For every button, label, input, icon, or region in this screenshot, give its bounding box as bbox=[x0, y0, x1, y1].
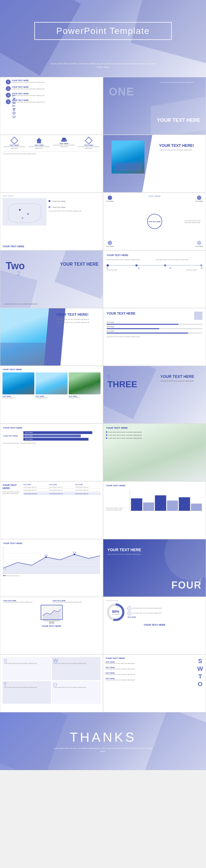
swot-s-text: Lorem ipsum dolor sit amet consectetur a… bbox=[4, 662, 49, 664]
legend-1: Lorem ipsum dolor sit bbox=[3, 575, 20, 577]
slide-row-11: S Lorem ipsum dolor sit amet consectetur… bbox=[0, 655, 206, 712]
svg-text:4.0: 4.0 bbox=[44, 554, 48, 556]
donut-bottom-title: YOUR TEXT HERE bbox=[106, 623, 203, 626]
slide-row-6: YOUR TEXT HERE TEXT HERE Lorem ipsum dol… bbox=[0, 366, 206, 424]
content-num-1: 1 bbox=[6, 80, 11, 85]
swot-row-lorem-1: Lorem ipsum dolor sit amet consectetur a… bbox=[105, 663, 161, 664]
step-num-2: 2 bbox=[128, 611, 131, 615]
bar-5 bbox=[179, 497, 190, 511]
img-text-2: TEXT HERE Lorem ipsum dolor sit bbox=[35, 396, 67, 399]
legend-line-1 bbox=[3, 576, 6, 576]
chart-dot-2 bbox=[74, 554, 75, 555]
cliff-heading: YOUR TEXT HERE! bbox=[56, 312, 100, 317]
content-item-4: 4 YOUR TEXT HERE Lorem ipsum dolor sit a… bbox=[6, 99, 101, 104]
icon-row: TEXT HERE Lorem ipsum dolor sit amet con… bbox=[3, 138, 100, 149]
one-lorem-text: Lorem ipsum dolor sit amet, consectetur … bbox=[161, 82, 202, 83]
cover-title-box: PowerPoint Template bbox=[34, 22, 172, 40]
content-text-4: YOUR TEXT HERE Lorem ipsum dolor sit ame… bbox=[12, 99, 101, 104]
images-row bbox=[2, 372, 101, 394]
slide-row-8: YOUR TEXT HERE! Lorem ipsum dolor sit am… bbox=[0, 481, 206, 539]
diamond-icon-1 bbox=[10, 137, 18, 145]
svg-text:5.4: 5.4 bbox=[73, 551, 76, 554]
three-label-area: 3 THREE bbox=[107, 374, 137, 390]
map-text-items: YOUR TEXT HERE YOUR TEXT HERE Lorem ipsu… bbox=[48, 198, 101, 212]
monitor-text-1: YOUR TEXT HERE Lorem ipsum dolor sit ame… bbox=[3, 600, 51, 603]
slide-monitor: YOUR TEXT HERE Lorem ipsum dolor sit ame… bbox=[0, 597, 103, 655]
cliff-lorem-1: Lorem ipsum dolor sit amet, consectetur … bbox=[56, 318, 100, 320]
hub-dot-2 bbox=[197, 195, 201, 200]
slide-three-images: YOUR TEXT HERE TEXT HERE Lorem ipsum dol… bbox=[0, 366, 103, 424]
slide-swot-right: YOUR TEXT HERE S W T O TEXT HERE Lorem i… bbox=[103, 655, 206, 712]
tag-side-label-1: YOUR TEXT HERE! bbox=[3, 435, 22, 437]
map-bullet-1 bbox=[48, 200, 50, 202]
donut-label-center: 80% TEXT HERE bbox=[112, 610, 119, 615]
icon-text-4: Lorem ipsum dolor sit amet consectetur a… bbox=[77, 146, 100, 149]
icon-item-1: TEXT HERE Lorem ipsum dolor sit amet con… bbox=[3, 138, 26, 149]
content-desc-4: Lorem ipsum dolor sit amet consectetur a… bbox=[12, 101, 101, 103]
icon-text-2: Lorem ipsum dolor sit amet consectetur a… bbox=[28, 146, 50, 149]
hub-right-text: Lorem ipsum dolor sit amet consectetur a… bbox=[184, 220, 204, 223]
donut-text-label: TEXT HERE bbox=[112, 614, 119, 615]
swot-row-1: TEXT HERE Lorem ipsum dolor sit amet con… bbox=[105, 661, 161, 664]
swot-row-lorem-2: Lorem ipsum dolor sit amet consectetur a… bbox=[105, 668, 161, 670]
tag-bars-title: YOUR TEXT HERE bbox=[3, 427, 100, 429]
swot-left-inner: S Lorem ipsum dolor sit amet consectetur… bbox=[0, 655, 103, 712]
cell-1-3: Lorem ipsum dolor sit bbox=[75, 486, 101, 488]
harbor-overlay bbox=[114, 162, 142, 171]
swot-right-inner: YOUR TEXT HERE S W T O TEXT HERE Lorem i… bbox=[103, 655, 206, 712]
table-header: TEXT HERE TEXT HERE TEXT HERE bbox=[23, 484, 101, 486]
slide-line-chart: YOUR TEXT HERE 4.0 5.4 bbox=[0, 539, 103, 597]
three-images-inner: YOUR TEXT HERE TEXT HERE Lorem ipsum dol… bbox=[0, 366, 103, 401]
map-label-1: YOUR TEXT HERE bbox=[52, 200, 65, 202]
mon-lorem-1: Lorem ipsum dolor sit amet consectetur a… bbox=[3, 601, 51, 603]
monitor-title: YOUR TEXT HERE bbox=[3, 625, 100, 627]
swot-w-text: Lorem ipsum dolor sit amet consectetur a… bbox=[54, 662, 99, 664]
arrow-item-2: Lorem ipsum dolor sit amet, consectetur … bbox=[106, 434, 203, 436]
progress-bar-inner-2 bbox=[107, 328, 159, 329]
map-bottom-title: YOUR TEXT HERE bbox=[2, 245, 24, 248]
slide-bar-chart: YOUR TEXT HERE Lorem ipsum dolor sit ame… bbox=[103, 481, 206, 539]
text-block-title: YOUR TEXT HERE bbox=[107, 312, 135, 315]
table-left: YOUR TEXT HERE! Lorem ipsum dolor sit am… bbox=[2, 484, 22, 495]
monitor-chart bbox=[41, 606, 62, 619]
progress-bar-inner-1 bbox=[107, 324, 178, 325]
cliff-text: YOUR TEXT HERE! Lorem ipsum dolor sit am… bbox=[56, 312, 100, 323]
map-item-2: YOUR TEXT HERE bbox=[48, 204, 101, 209]
hub-item-1: TEXT HERE bbox=[106, 195, 114, 202]
three-small: 3 bbox=[107, 374, 137, 379]
cliff-lorem-2: Lorem ipsum dolor sit amet, consectetur … bbox=[56, 321, 100, 323]
arrow-text-2: Lorem ipsum dolor sit amet, consectetur … bbox=[108, 434, 142, 436]
cover-subtitle: Lorem ipsum dolor sit amet, consectetur … bbox=[48, 62, 158, 69]
bar-chart-title: YOUR TEXT HERE bbox=[106, 484, 203, 487]
slide-four-section: FOUR 4 YOUR TEXT HERE Lorem ipsum dolor … bbox=[103, 539, 206, 597]
slide-circles-hub: YOUR TEXT HERE! TEXT HERE TEXT HERE TEXT… bbox=[103, 192, 206, 250]
cell-2-3: Lorem ipsum dolor sit bbox=[75, 489, 101, 491]
img-3 bbox=[69, 372, 101, 394]
img-2 bbox=[35, 372, 67, 394]
h-divider bbox=[3, 152, 100, 152]
cover-title: PowerPoint Template bbox=[43, 26, 163, 36]
swot-row-lorem-3: Lorem ipsum dolor sit amet consectetur a… bbox=[105, 674, 161, 676]
monitor-screen bbox=[41, 605, 63, 620]
timeline-right-text: Lorem ipsum dolor sit amet, consectetur … bbox=[156, 259, 203, 261]
one-text-area: YOUR TEXT HERE bbox=[157, 118, 200, 123]
photo-lorem: Lorem ipsum dolor sit amet, consectetur … bbox=[159, 149, 203, 151]
grad-cap-top bbox=[61, 140, 67, 142]
donut-chart: 80% TEXT HERE bbox=[106, 602, 125, 622]
arrow-text-3: Lorem ipsum dolor sit amet, consectetur … bbox=[108, 437, 142, 439]
tl-label-3: 03 bbox=[169, 267, 171, 269]
monitor-inner: YOUR TEXT HERE Lorem ipsum dolor sit ame… bbox=[0, 597, 103, 630]
two-big-label: Two bbox=[6, 261, 25, 270]
two-label-area: Two 2 bbox=[6, 261, 25, 277]
monitor-area bbox=[42, 609, 61, 619]
table-side-lorem: Lorem ipsum dolor sit amet consectetur a… bbox=[2, 491, 22, 495]
four-main-text: YOUR TEXT HERE bbox=[107, 548, 151, 552]
hub-item-2: TEXT HERE bbox=[195, 195, 203, 202]
hub-title: TEXT HERE bbox=[148, 195, 161, 197]
swot-t: T Lorem ipsum dolor sit amet consectetur… bbox=[2, 681, 51, 704]
slide-content-overview: CONTENT 1 YOUR TEXT HERE Lorem ipsum dol… bbox=[0, 77, 103, 135]
thanks-title: THANKS bbox=[52, 730, 154, 745]
mon-lorem-2: Lorem ipsum dolor sit amet consectetur a… bbox=[53, 601, 100, 603]
one-lorem: Lorem ipsum dolor sit amet, consectetur … bbox=[161, 82, 202, 83]
tag-bars-right: TEXT HERE TEXT HERE TEXT HERE bbox=[23, 431, 100, 441]
